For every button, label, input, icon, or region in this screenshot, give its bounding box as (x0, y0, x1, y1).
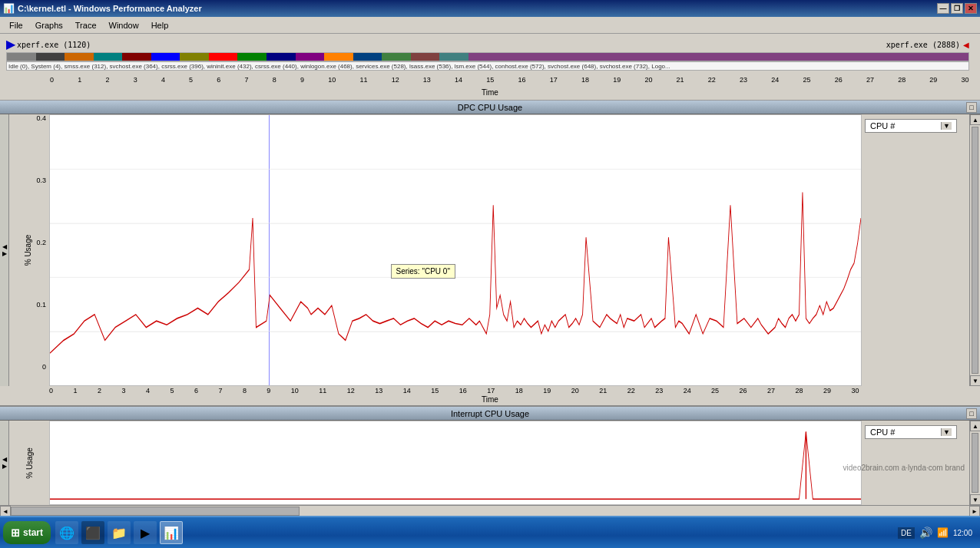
scroll-up-btn[interactable]: ▲ (970, 114, 980, 125)
menu-graphs[interactable]: Graphs (29, 19, 69, 31)
windows-logo: ⊞ (11, 527, 20, 539)
dpc-plot-area[interactable]: Series: "CPU 0" (49, 114, 862, 386)
system-tray: DE 🔊 📶 12:00 (898, 527, 977, 539)
left-process-label: xperf.exe (1120) (17, 41, 91, 49)
scroll-down-btn-2[interactable]: ▼ (970, 494, 980, 505)
interrupt-maximize-btn[interactable]: □ (966, 408, 977, 419)
right-process-label: xperf.exe (2888) (886, 41, 960, 49)
menu-bar: File Graphs Trace Window Help (0, 17, 980, 34)
taskbar-icon-player[interactable]: ▶ (134, 521, 157, 544)
chevron-down-icon: ▼ (941, 122, 952, 130)
close-button[interactable]: ✕ (965, 3, 977, 14)
restore-button[interactable]: ❐ (951, 3, 963, 14)
process-names-bar: Idle (0), System (4), smss.exe (312), sv… (6, 61, 969, 71)
scroll-up-btn-2[interactable]: ▲ (970, 421, 980, 431)
menu-trace[interactable]: Trace (69, 19, 103, 31)
dpc-cpu-dropdown[interactable]: CPU # ▼ (865, 119, 957, 133)
left-process-marker: ▶ (6, 38, 15, 51)
dpc-chart-area[interactable]: ◀ ▶ 0.4 0.3 0.2 0.1 0 % Usage (0, 114, 980, 386)
taskbar-icon-explorer[interactable]: 📁 (108, 521, 131, 544)
menu-help[interactable]: Help (145, 19, 175, 31)
time-ruler: 012 345 678 91011 121314 151617 181920 2… (50, 72, 969, 87)
dpc-tooltip: Series: "CPU 0" (391, 264, 455, 279)
dpc-title: DPC CPU Usage (458, 103, 522, 112)
minimize-button[interactable]: — (937, 3, 949, 14)
dpc-y-axis: 0.4 0.3 0.2 0.1 0 % Usage (9, 114, 49, 386)
process-header-row: ▶ xperf.exe (1120) xperf.exe (2888) ◀ (6, 38, 969, 51)
interrupt-title-bar: Interrupt CPU Usage □ (0, 407, 980, 421)
interrupt-chart-area[interactable]: ◀ ▶ % Usage CPU # ▼ (0, 421, 980, 505)
top-ruler-area: ▶ xperf.exe (1120) xperf.exe (2888) ◀ Id… (0, 34, 980, 101)
right-scrollbar-interrupt[interactable]: ▲ ▼ (969, 421, 980, 505)
network-icon: 🔊 (919, 527, 932, 539)
title-bar-text: C:\kernel.etl - Windows Performance Anal… (15, 4, 937, 13)
interrupt-chart-svg (50, 421, 861, 504)
dpc-chart-panel: DPC CPU Usage □ ◀ ▶ 0.4 0.3 0.2 0.1 0 % … (0, 101, 980, 405)
interrupt-chart-panel: Interrupt CPU Usage □ ◀ ▶ % Usage (0, 405, 980, 505)
right-process-marker: ◀ (963, 41, 969, 49)
dpc-right-panel: CPU # ▼ (862, 114, 969, 386)
dpc-maximize-btn[interactable]: □ (966, 102, 977, 113)
chevron-down-icon-2: ▼ (941, 428, 952, 436)
interrupt-collapse-arrow[interactable]: ◀ ▶ (0, 421, 9, 505)
taskbar: ⊞ start 🌐 ⬛ 📁 ▶ 📊 DE 🔊 📶 12:00 (0, 516, 980, 548)
title-bar: 📊 C:\kernel.etl - Windows Performance An… (0, 0, 980, 17)
main-content: ▶ xperf.exe (1120) xperf.exe (2888) ◀ Id… (0, 34, 980, 516)
volume-icon: 📶 (937, 527, 949, 538)
taskbar-icon-ie[interactable]: 🌐 (55, 521, 78, 544)
ruler-ticks: 012 345 678 91011 121314 151617 181920 2… (50, 76, 969, 84)
locale-indicator: DE (898, 527, 915, 539)
scroll-thumb-2[interactable] (972, 433, 978, 493)
dpc-line-cpu0 (50, 193, 861, 354)
process-colors (7, 53, 968, 61)
right-scrollbar-dpc[interactable]: ▲ ▼ (969, 114, 980, 386)
horizontal-scrollbar[interactable]: ◄ ► (0, 505, 980, 516)
scroll-down-btn[interactable]: ▼ (970, 375, 980, 386)
scroll-right-btn[interactable]: ► (969, 506, 980, 517)
menu-window[interactable]: Window (103, 19, 145, 31)
dpc-chart-svg (50, 115, 861, 385)
interrupt-title: Interrupt CPU Usage (451, 409, 529, 418)
interrupt-y-axis: % Usage (9, 421, 49, 505)
scroll-left-btn[interactable]: ◄ (0, 506, 11, 517)
interrupt-cpu-dropdown[interactable]: CPU # ▼ (865, 425, 957, 439)
scroll-h-thumb[interactable] (11, 507, 300, 516)
menu-file[interactable]: File (3, 19, 29, 31)
time-axis-label: Time (0, 88, 980, 97)
process-list-bar (6, 52, 969, 61)
dpc-time-axis: 012 345 678 91011 121314 151617 181920 2… (49, 386, 859, 395)
left-collapse-arrow[interactable]: ◀ ▶ (0, 114, 9, 386)
taskbar-icon-media[interactable]: ⬛ (81, 521, 104, 544)
interrupt-plot-area[interactable] (49, 421, 862, 505)
dpc-time-label: Time (0, 395, 980, 404)
taskbar-icons: 🌐 ⬛ 📁 ▶ 📊 (55, 521, 183, 544)
start-button[interactable]: ⊞ start (3, 521, 51, 544)
taskbar-icon-wpa[interactable]: 📊 (160, 521, 183, 544)
scroll-thumb[interactable] (972, 127, 978, 374)
title-bar-icon: 📊 (3, 3, 15, 14)
watermark: video2brain.com a·lynda·com brand (843, 463, 965, 474)
clock: 12:00 (953, 529, 972, 537)
title-bar-controls: — ❐ ✕ (937, 3, 977, 14)
dpc-title-bar: DPC CPU Usage □ (0, 101, 980, 114)
